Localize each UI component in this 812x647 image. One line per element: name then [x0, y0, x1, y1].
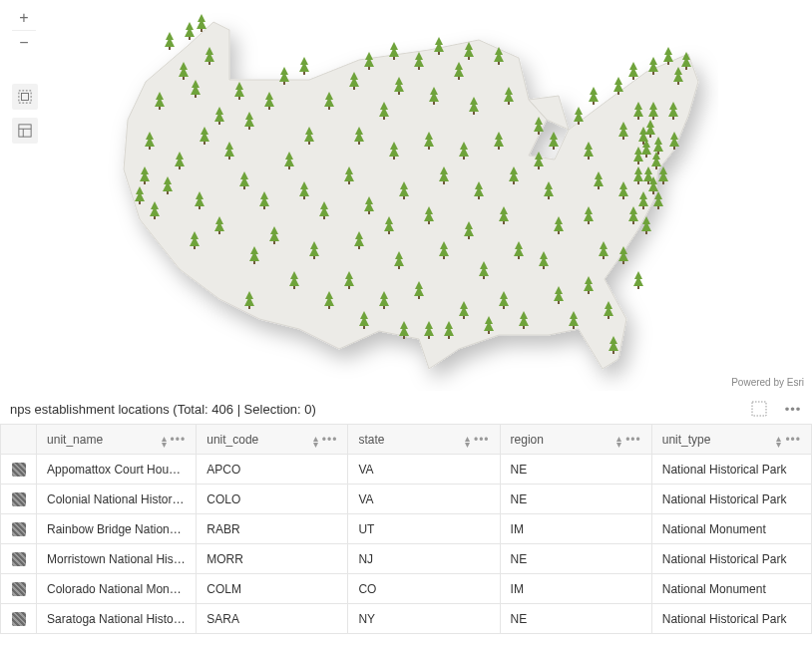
row-marker-icon — [12, 552, 26, 566]
cell-region: IM — [500, 514, 651, 544]
us-map[interactable] — [100, 0, 718, 391]
col-menu-icon[interactable]: ••• — [171, 433, 187, 447]
map-area[interactable]: + − — [0, 0, 812, 394]
cell-region: NE — [500, 485, 651, 514]
map-tools: + − — [12, 6, 38, 152]
cell-unit-name: Rainbow Bridge National … — [37, 514, 197, 544]
svg-rect-2 — [19, 125, 31, 137]
cell-unit-type: National Monument — [651, 514, 811, 544]
table-row[interactable]: Saratoga National Historic…SARANYNENatio… — [1, 604, 812, 634]
row-select-cell[interactable] — [1, 544, 37, 574]
cell-state: VA — [348, 455, 500, 485]
row-marker-icon — [12, 463, 26, 477]
col-menu-icon[interactable]: ••• — [625, 433, 641, 447]
row-marker-icon — [12, 492, 26, 506]
cell-unit-type: National Historical Park — [651, 485, 811, 514]
sort-icon[interactable]: ▴▾ — [776, 434, 781, 446]
zoom-in-button[interactable]: + — [12, 6, 36, 30]
svg-rect-0 — [19, 91, 31, 103]
cell-state: CO — [348, 574, 500, 604]
row-select-cell[interactable] — [1, 514, 37, 544]
cell-unit-code: COLO — [197, 485, 348, 514]
map-attribution: Powered by Esri — [731, 377, 804, 388]
cell-unit-name: Appomattox Court House … — [37, 455, 197, 485]
col-menu-icon[interactable]: ••• — [785, 433, 801, 447]
layout-tool-button[interactable] — [12, 118, 38, 144]
table-title: nps establishment locations (Total: 406 … — [10, 402, 316, 417]
table-row[interactable]: Colonial National Historic…COLOVANENatio… — [1, 485, 812, 514]
cell-unit-name: Morristown National Histo… — [37, 544, 197, 574]
cell-region: IM — [500, 574, 651, 604]
table-row[interactable]: Morristown National Histo…MORRNJNENation… — [1, 544, 812, 574]
row-marker-icon — [12, 582, 26, 596]
cell-unit-type: National Historical Park — [651, 604, 811, 634]
table-header-row: unit_name ▴▾••• unit_code ▴▾••• state ▴▾… — [1, 425, 812, 455]
cell-unit-code: COLM — [197, 574, 348, 604]
row-select-cell[interactable] — [1, 574, 37, 604]
sort-icon[interactable]: ▴▾ — [616, 434, 621, 446]
cell-unit-code: MORR — [197, 544, 348, 574]
table-row[interactable]: Colorado National Monu…COLMCOIMNational … — [1, 574, 812, 604]
data-table: unit_name ▴▾••• unit_code ▴▾••• state ▴▾… — [0, 424, 812, 634]
cell-state: NJ — [348, 544, 500, 574]
cell-unit-name: Colonial National Historic… — [37, 485, 197, 514]
cell-unit-type: National Historical Park — [651, 455, 811, 485]
col-header-select — [1, 425, 37, 455]
row-marker-icon — [12, 522, 26, 536]
sort-icon[interactable]: ▴▾ — [162, 434, 167, 446]
cell-unit-code: APCO — [197, 455, 348, 485]
cell-region: NE — [500, 604, 651, 634]
row-select-cell[interactable] — [1, 485, 37, 514]
cell-unit-name: Colorado National Monu… — [37, 574, 197, 604]
col-header-unit-code[interactable]: unit_code ▴▾••• — [197, 425, 348, 455]
svg-rect-1 — [22, 94, 29, 101]
cell-region: NE — [500, 544, 651, 574]
cell-state: UT — [348, 514, 500, 544]
cell-unit-type: National Monument — [651, 574, 811, 604]
col-header-region[interactable]: region ▴▾••• — [500, 425, 651, 455]
row-select-cell[interactable] — [1, 455, 37, 485]
table-menu-button[interactable]: ••• — [784, 400, 802, 418]
col-menu-icon[interactable]: ••• — [322, 433, 338, 447]
row-marker-icon — [12, 612, 26, 626]
table-row[interactable]: Appomattox Court House …APCOVANENational… — [1, 455, 812, 485]
cell-unit-code: SARA — [197, 604, 348, 634]
select-tool-button[interactable] — [12, 84, 38, 110]
table-row[interactable]: Rainbow Bridge National …RABRUTIMNationa… — [1, 514, 812, 544]
cell-unit-type: National Historical Park — [651, 544, 811, 574]
col-header-unit-name[interactable]: unit_name ▴▾••• — [37, 425, 197, 455]
col-header-unit-type[interactable]: unit_type ▴▾••• — [651, 425, 811, 455]
sort-icon[interactable]: ▴▾ — [465, 434, 470, 446]
column-picker-button[interactable] — [750, 400, 768, 418]
cell-state: NY — [348, 604, 500, 634]
row-select-cell[interactable] — [1, 604, 37, 634]
sort-icon[interactable]: ▴▾ — [313, 434, 318, 446]
cell-region: NE — [500, 455, 651, 485]
cell-unit-code: RABR — [197, 514, 348, 544]
col-menu-icon[interactable]: ••• — [474, 433, 490, 447]
svg-rect-6 — [752, 402, 766, 416]
cell-state: VA — [348, 485, 500, 514]
zoom-out-button[interactable]: − — [12, 30, 36, 54]
col-header-state[interactable]: state ▴▾••• — [348, 425, 500, 455]
cell-unit-name: Saratoga National Historic… — [37, 604, 197, 634]
